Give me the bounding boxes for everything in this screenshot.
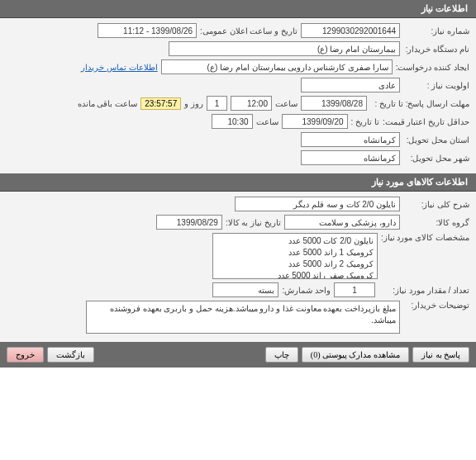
label-desc: شرح کلی نیاز: <box>403 200 469 209</box>
respond-button[interactable]: پاسخ به نیاز <box>412 347 469 363</box>
section-body-need-info: شماره نیاز: 1299030292001644 تاریخ و ساع… <box>0 18 476 173</box>
back-button[interactable]: بازگشت <box>47 347 94 363</box>
label-creator: ایجاد کننده درخواست: <box>396 63 469 72</box>
section-header-need-info: اطلاعات نیاز <box>0 0 476 18</box>
field-need-no: 1299030292001644 <box>301 23 400 38</box>
label-deadline-time: ساعت <box>275 99 298 108</box>
label-unit: واحد شمارش: <box>282 286 331 295</box>
field-desc: نایلون 2/0 کات و سه قلم دیگر <box>235 197 400 211</box>
label-spec: مشخصات کالای مورد نیاز: <box>381 233 469 242</box>
field-spec: نایلون 2/0 کات 5000 عدد کرومیک 1 راند 50… <box>212 233 378 279</box>
label-need-no: شماره نیاز: <box>403 26 469 36</box>
attachments-button[interactable]: مشاهده مدارک پیوستی (0) <box>302 347 409 363</box>
field-buyer: بیمارستان امام رضا (ع) <box>169 41 400 56</box>
field-priority: عادی <box>301 78 400 92</box>
field-validity-date: 1399/09/20 <box>282 114 348 129</box>
field-buyer-notes: مبلغ بازپرداخت بعهده معاونت غذا و دارو م… <box>86 301 400 334</box>
link-buyer-contact[interactable]: اطلاعات تماس خریدار <box>81 63 158 72</box>
label-validity2: تا تاریخ : <box>351 117 379 126</box>
label-city: شهر محل تحویل: <box>403 154 469 163</box>
section-header-goods-info: اطلاعات کالاهای مورد نیاز <box>0 173 476 192</box>
label-countdown-tail: ساعت باقی مانده <box>78 99 138 108</box>
field-deadline-date: 1399/08/28 <box>301 96 367 111</box>
label-buyer-notes: توضیحات خریدار: <box>403 301 469 310</box>
field-group: دارو، پزشکی و سلامت <box>284 215 400 230</box>
label-countdown-unit: روز و <box>184 99 203 108</box>
label-buyer: نام دستگاه خریدار: <box>403 45 469 54</box>
field-countdown-days: 1 <box>207 96 227 111</box>
field-validity-time: 10:30 <box>212 114 253 129</box>
field-deadline-time: 12:00 <box>231 96 272 111</box>
print-button[interactable]: چاپ <box>265 347 298 363</box>
field-announce: 1399/08/26 - 11:12 <box>98 23 197 38</box>
field-creator: سارا صفری کارشناس دارویی بیمارستان امام … <box>161 59 393 74</box>
exit-button[interactable]: خروج <box>7 347 44 363</box>
label-need-date: تاریخ نیاز به کالا: <box>226 218 281 227</box>
label-group: گروه کالا: <box>403 218 469 227</box>
label-priority: اولویت نیاز : <box>403 81 469 90</box>
footer-bar: پاسخ به نیاز مشاهده مدارک پیوستی (0) چاپ… <box>0 342 476 368</box>
label-qty: تعداد / مقدار مورد نیاز: <box>378 286 469 295</box>
label-announce: تاریخ و ساعت اعلان عمومی: <box>200 26 298 36</box>
field-need-date: 1399/08/29 <box>156 215 222 230</box>
countdown-time: 23:57:57 <box>140 97 181 110</box>
field-unit: بسته <box>212 282 278 297</box>
label-validity: حداقل تاریخ اعتبار قیمت: <box>383 117 469 126</box>
field-qty: 1 <box>334 282 375 297</box>
label-province: استان محل تحویل: <box>403 135 469 145</box>
field-city: کرمانشاه <box>301 150 400 165</box>
label-validity-time: ساعت <box>256 117 278 126</box>
field-province: کرمانشاه <box>301 132 400 147</box>
section-body-goods-info: شرح کلی نیاز: نایلون 2/0 کات و سه قلم دی… <box>0 192 476 342</box>
label-deadline: مهلت ارسال پاسخ: تا تاریخ : <box>370 99 469 108</box>
